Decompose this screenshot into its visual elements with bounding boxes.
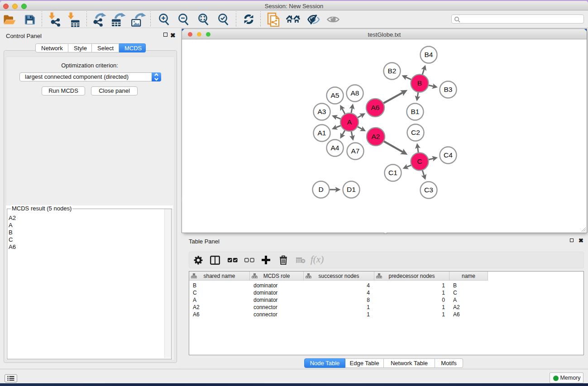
svg-text:D: D — [318, 186, 323, 193]
svg-text:B1: B1 — [411, 108, 420, 115]
svg-text:C: C — [417, 157, 422, 165]
svg-text:A2: A2 — [372, 133, 380, 140]
svg-text:A4: A4 — [331, 144, 339, 152]
svg-text:A3: A3 — [318, 108, 326, 115]
svg-text:A7: A7 — [351, 147, 360, 155]
svg-text:C1: C1 — [388, 169, 397, 176]
svg-text:A6: A6 — [371, 104, 380, 111]
svg-text:D1: D1 — [347, 186, 356, 193]
svg-text:A1: A1 — [318, 129, 326, 137]
svg-text:A: A — [347, 118, 352, 126]
svg-text:B: B — [417, 79, 422, 87]
svg-text:C2: C2 — [411, 129, 420, 136]
svg-text:C4: C4 — [444, 151, 453, 159]
svg-text:C3: C3 — [424, 186, 433, 194]
svg-text:B4: B4 — [425, 51, 433, 58]
svg-text:B3: B3 — [444, 86, 453, 93]
svg-text:A5: A5 — [331, 91, 339, 99]
svg-text:A8: A8 — [351, 89, 359, 97]
svg-text:B2: B2 — [388, 67, 397, 75]
